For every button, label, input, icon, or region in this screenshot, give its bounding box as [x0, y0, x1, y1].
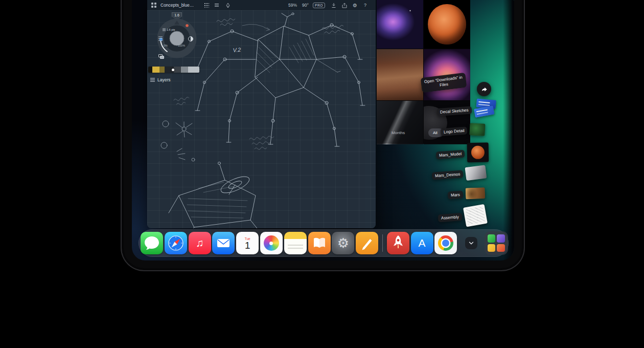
dragged-file-label: Logo Detail [441, 126, 468, 136]
dragged-file-label: Mars_Deimos [432, 170, 464, 180]
dock-icon-pages[interactable] [356, 232, 378, 254]
dragged-file[interactable]: Assembly [438, 205, 487, 228]
dock-icon-photos[interactable] [260, 232, 283, 254]
share-export-icon[interactable] [342, 0, 347, 10]
dock-icon-mail[interactable] [212, 232, 235, 254]
dragged-file-label: Decal Sketches [437, 106, 472, 116]
segment-months[interactable]: Months [392, 130, 405, 135]
dragged-file-thumbnail [473, 99, 497, 119]
canvas-angle[interactable]: 90° [302, 0, 309, 10]
dock-icon-settings[interactable]: ⚙ [332, 232, 354, 254]
dragged-file[interactable]: Logo Detail [440, 123, 486, 138]
brush-size-units: 1.6 pts [167, 28, 175, 31]
palette-swatch[interactable] [188, 67, 199, 73]
help-icon[interactable]: ? [364, 0, 366, 10]
dragged-file[interactable]: Decal Sketches [436, 99, 497, 121]
canvas-annotation-text: V.2 [233, 47, 241, 53]
palette-swatch[interactable] [148, 67, 152, 73]
palette-swatch[interactable] [174, 67, 181, 73]
dock-icon-safari[interactable] [165, 232, 187, 254]
chevron-down-icon [468, 240, 475, 247]
compass-icon [165, 232, 187, 254]
dragged-file-thumbnail [470, 123, 486, 136]
stroke-lines-icon [163, 28, 166, 31]
pen-nib-icon[interactable] [225, 0, 231, 10]
tool-wheel-dial[interactable] [155, 17, 198, 60]
dock: ♫ Tue 1 ⚙ [139, 229, 509, 257]
open-book-icon [308, 232, 331, 254]
mini-app-icon [497, 234, 505, 243]
dock-icon-music[interactable]: ♫ [189, 232, 211, 254]
music-note-icon: ♫ [196, 237, 204, 249]
dragged-file[interactable]: Mars_Model [435, 142, 489, 165]
dock-divider [382, 234, 383, 252]
dragged-file-thumbnail [467, 143, 489, 163]
mini-app-icon [488, 234, 496, 243]
brush-size-readout: 1.6 pts [163, 28, 175, 31]
drag-action-bubble[interactable] [477, 82, 491, 96]
layer-swatch-icon[interactable] [158, 54, 165, 59]
pro-badge[interactable]: PRO [313, 3, 325, 8]
screen-edge-shadow [503, 0, 514, 260]
photo-thumbnail-mars-planet[interactable] [424, 0, 470, 49]
stage: Concepts_blue… 59% 90° PRO ⚙ ? [0, 0, 644, 348]
palette-swatch[interactable] [152, 67, 159, 73]
mini-app-icon [488, 244, 496, 252]
opacity-max-label: 100% [178, 44, 185, 47]
dock-icon-notes[interactable] [284, 232, 307, 254]
palette-selection-marker [172, 69, 174, 71]
apps-grid-icon[interactable] [151, 0, 156, 10]
zoom-level[interactable]: 59% [288, 0, 297, 10]
mini-app-icon [497, 244, 505, 252]
dock-icon-messages[interactable] [141, 232, 163, 254]
rocket-icon [387, 232, 409, 254]
calendar-day: 1 [245, 241, 250, 251]
app-store-letter-icon: A [419, 237, 426, 249]
dragged-file-thumbnail [465, 165, 487, 181]
settings-gear-icon[interactable]: ⚙ [353, 0, 357, 10]
import-icon[interactable] [331, 0, 336, 10]
concepts-toolbar: Concepts_blue… 59% 90° PRO ⚙ ? [147, 0, 376, 10]
dragged-file[interactable]: Mars [447, 187, 485, 201]
gear-icon: ⚙ [337, 236, 349, 250]
dragged-file-thumbnail [463, 204, 488, 227]
chrome-ring-icon [438, 235, 453, 251]
dock-icon-calendar[interactable]: Tue 1 [236, 232, 259, 254]
chat-bubble-icon [141, 232, 163, 254]
dragged-file-label: Mars_Model [436, 149, 465, 159]
dock-collapse-button[interactable] [465, 237, 477, 249]
pen-icon [356, 232, 378, 254]
layers-label: Layers [157, 77, 171, 82]
dock-icon-chrome[interactable] [434, 232, 457, 254]
snap-grid-icon[interactable] [204, 3, 209, 8]
document-title[interactable]: Concepts_blue… [160, 0, 194, 10]
dock-icon-rocket-app[interactable] [387, 232, 409, 254]
envelope-icon [212, 232, 235, 254]
palette-swatch[interactable] [159, 67, 165, 73]
dock-icon-books[interactable] [308, 232, 331, 254]
layers-header[interactable]: Layers [150, 77, 171, 82]
photo-thumbnail-nebula[interactable] [377, 0, 423, 49]
dragged-file[interactable]: Mars_Deimos [431, 165, 487, 182]
dragged-file-label: Mars [448, 190, 464, 199]
dragged-file-thumbnail [465, 187, 485, 199]
forward-arrow-icon [479, 84, 489, 94]
concepts-app-window: Concepts_blue… 59% 90° PRO ⚙ ? [147, 0, 376, 228]
menu-lines-icon[interactable] [214, 0, 219, 10]
layers-menu-icon [150, 78, 155, 82]
ipad-screen: Concepts_blue… 59% 90° PRO ⚙ ? [132, 0, 514, 260]
photo-thumbnail-mars-surface[interactable] [377, 49, 423, 100]
palette-swatch[interactable] [181, 67, 188, 73]
segment-all[interactable]: All [433, 130, 438, 135]
dock-icon-app-store[interactable]: A [411, 232, 433, 254]
dragged-file-label: Assembly [438, 213, 463, 222]
photos-flower-icon [264, 235, 279, 251]
app-library-button[interactable] [485, 231, 508, 255]
opacity-min-label: 0% [164, 44, 168, 47]
